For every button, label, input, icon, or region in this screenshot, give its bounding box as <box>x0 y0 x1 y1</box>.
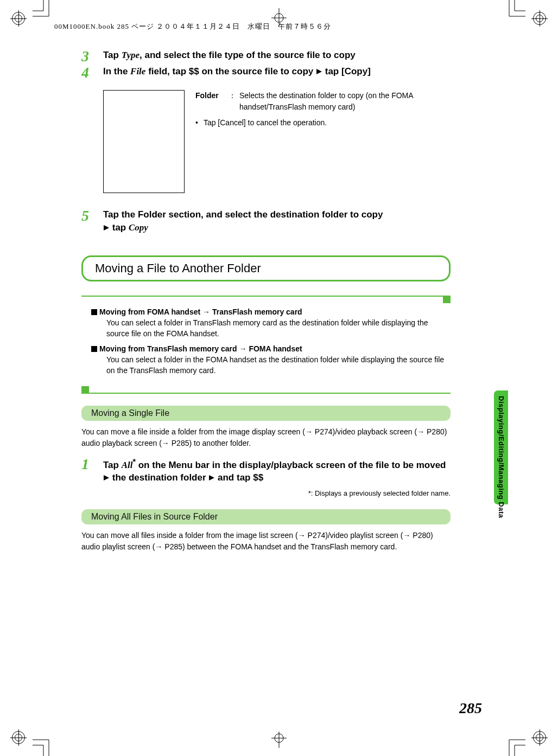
play-arrow-icon <box>103 472 110 485</box>
registration-mark-icon <box>533 12 546 25</box>
step-italic: All <box>122 459 133 470</box>
square-bullet-icon <box>91 346 97 352</box>
step-text: Tap <box>103 50 122 60</box>
colon: ： <box>225 90 239 113</box>
section-heading: Moving a File to Another Folder <box>81 255 451 281</box>
info-description: Selects the destination folder to copy (… <box>239 90 451 113</box>
svg-marker-22 <box>316 69 322 74</box>
step-text: and tap $$ <box>215 472 263 483</box>
step-italic: Type <box>122 50 140 60</box>
side-tab-label: Displaying/Editing/Managing Data <box>497 396 505 518</box>
step-5: 5 Tap the Folder section, and select the… <box>81 208 451 235</box>
step-1b: 1 Tap All* on the Menu bar in the displa… <box>81 457 451 485</box>
note-heading: Moving from FOMA handset → TransFlash me… <box>99 307 302 316</box>
note-body: You can select a folder in the FOMA hand… <box>106 354 451 376</box>
svg-marker-24 <box>104 475 109 480</box>
note-item: Moving from TransFlash memory card → FOM… <box>91 344 451 376</box>
subsection-heading: Moving All Files in Source Folder <box>81 509 451 524</box>
header-metadata: 00M1000EN.book 285 ページ ２００４年１１月２４日 水曜日 午… <box>54 22 504 31</box>
step-italic: File <box>130 66 145 76</box>
note-heading: Moving from TransFlash memory card → FOM… <box>99 344 302 353</box>
section-heading-text: Moving a File to Another Folder <box>95 261 437 276</box>
svg-marker-25 <box>209 475 214 480</box>
info-bullet-text: Tap [Cancel] to cancel the operation. <box>204 117 327 129</box>
body-paragraph: You can move a file inside a folder from… <box>81 426 451 449</box>
body-paragraph: You can move all files inside a folder f… <box>81 530 451 553</box>
step-number: 1 <box>81 457 103 485</box>
decorative-rule <box>81 386 451 394</box>
step-text: tap [Copy] <box>322 66 371 76</box>
step-text: on the Menu bar in the display/playback … <box>136 459 446 470</box>
registration-mark-icon <box>533 731 546 744</box>
bullet-icon: • <box>195 117 198 129</box>
svg-marker-23 <box>104 225 109 230</box>
step-number: 4 <box>81 65 103 80</box>
registration-mark-icon <box>12 12 25 25</box>
step-text: In the <box>103 66 130 76</box>
step-text: , and select the file type of the source… <box>140 50 356 60</box>
subsection-heading: Moving a Single File <box>81 406 451 421</box>
note-body: You can select a folder in TransFlash me… <box>106 317 451 339</box>
crop-mark-icon <box>33 0 54 22</box>
play-arrow-icon <box>316 66 322 79</box>
info-label: Folder <box>195 90 225 113</box>
square-bullet-icon <box>91 309 97 315</box>
info-block: Folder ： Selects the destination folder … <box>103 90 451 193</box>
screenshot-placeholder <box>103 90 185 193</box>
registration-mark-icon <box>12 731 25 744</box>
step-3: 3 Tap Type, and select the file type of … <box>81 49 451 64</box>
decorative-rule <box>81 296 451 303</box>
crop-mark-icon <box>33 734 54 756</box>
play-arrow-icon <box>208 472 215 485</box>
step-text: tap <box>110 222 129 233</box>
step-text: field, tap $$ on the source file to copy <box>145 66 316 76</box>
footnote: *: Displays a previously selected folder… <box>81 489 451 497</box>
step-text: Tap <box>103 459 122 470</box>
play-arrow-icon <box>103 222 110 235</box>
center-mark-icon <box>268 732 290 748</box>
step-number: 3 <box>81 49 103 64</box>
crop-mark-icon <box>504 0 525 22</box>
step-text: the destination folder <box>110 472 208 483</box>
crop-mark-icon <box>504 734 525 756</box>
note-item: Moving from FOMA handset → TransFlash me… <box>91 307 451 339</box>
step-text: Tap the Folder section, and select the d… <box>103 208 451 221</box>
step-4: 4 In the File field, tap $$ on the sourc… <box>81 65 451 80</box>
step-italic: Copy <box>129 222 148 233</box>
page-number: 285 <box>459 700 482 717</box>
step-number: 5 <box>81 208 103 235</box>
